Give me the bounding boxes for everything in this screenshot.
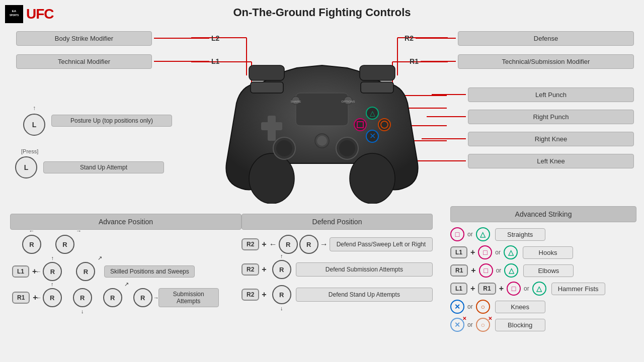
advance-row-1: ← R R →: [14, 235, 242, 254]
defend-r3: R: [272, 260, 291, 279]
defend-r4: R: [272, 285, 291, 304]
svg-rect-17: [249, 65, 284, 80]
l1-badge-advance: L1: [12, 265, 29, 278]
page-title: On-The-Ground Fighting Controls: [0, 0, 644, 23]
r1-badge-advance: R1: [12, 292, 30, 304]
blocking-label: Blocking: [495, 319, 545, 331]
ea-logo: EA SPORTS: [5, 5, 23, 23]
advance-r3: R: [43, 262, 62, 281]
l1-badge-adv2: L1: [450, 283, 467, 295]
stick-up-arrow: ↑: [33, 105, 36, 112]
triangle-btn-1: △: [476, 227, 490, 241]
square-btn-3: □: [479, 263, 493, 278]
stand-up-label: Stand Up Attempt: [43, 161, 164, 173]
defend-position-section: Defend Position R2 + ← R R → Defend Pass…: [242, 214, 433, 309]
svg-point-15: [249, 153, 294, 204]
l-stick-circle: L: [23, 114, 45, 136]
svg-rect-18: [251, 82, 283, 93]
adv-row-4: L1 + R1 + □ or △ Hammer Fists: [450, 282, 636, 296]
sub-r4: R: [133, 288, 152, 307]
advance-position-section: Advance Position ← R R → L1 + ↑ ← R ↗ R …: [10, 214, 242, 312]
triangle-btn-4: △: [532, 282, 546, 296]
sub-r2: R: [73, 288, 92, 307]
triangle-line: [432, 94, 466, 95]
circle-btn-1: ○: [476, 300, 490, 314]
r1-badge-adv: R1: [450, 264, 468, 277]
defend-label-3: Defend Stand Up Attempts: [296, 288, 433, 302]
square-btn-4: □: [507, 282, 521, 296]
cross-btn-blocked: ✕ ✕: [450, 318, 464, 332]
left-arrow-1: ←: [269, 240, 277, 249]
advanced-striking-title: Advanced Striking: [450, 206, 636, 222]
defend-r2: R: [299, 235, 318, 254]
svg-point-16: [350, 153, 395, 204]
svg-point-41: [339, 140, 355, 156]
advanced-striking-section: Advanced Striking □ or △ Straights L1 + …: [450, 206, 636, 336]
svg-text:OPTIONS: OPTIONS: [341, 100, 355, 103]
submission-label: SubmissionAttempts: [158, 288, 219, 307]
right-punch-label: Right Punch: [468, 110, 634, 124]
defend-label-2: Defend Submission Attempts: [296, 262, 433, 277]
press-hint: [Press]: [21, 148, 38, 154]
adv-row-6: ✕ ✕ or ○ ✕ Blocking: [450, 318, 636, 332]
hammer-fists-label: Hammer Fists: [551, 283, 605, 295]
r2-badge-3: R2: [242, 289, 259, 301]
svg-text:EA: EA: [12, 9, 17, 13]
svg-text:SPORTS: SPORTS: [10, 14, 19, 17]
svg-point-34: [378, 119, 390, 131]
logo-area: EA SPORTS UFC: [5, 5, 54, 23]
svg-text:✕: ✕: [369, 132, 376, 140]
r1-badge-adv2: R1: [478, 283, 496, 295]
controller-svg: SHARE OPTIONS △ ✕: [221, 43, 423, 204]
sub-r3: R: [103, 288, 122, 307]
cross-btn-1: ✕: [450, 300, 464, 314]
defend-position-title: Defend Position: [242, 214, 433, 230]
ufc-logo: UFC: [26, 6, 54, 22]
posture-up-label: Posture Up (top positions only): [51, 115, 172, 127]
l1-line: [154, 61, 209, 62]
defend-row-1: R2 + ← R R → Defend Pass/Sweep Left or R…: [242, 235, 433, 254]
svg-text:△: △: [370, 109, 375, 117]
left-stick-press-section: [Press] L Stand Up Attempt: [15, 148, 164, 178]
l2-line: [154, 38, 209, 39]
left-knee-label: Left Knee: [468, 154, 634, 168]
svg-point-32: [354, 119, 366, 131]
defend-row-3: R2 + ↓ R Defend Stand Up Attempts: [242, 285, 433, 304]
face-buttons-labels: Left Punch Right Punch Right Knee Left K…: [417, 85, 634, 170]
circle-btn-blocked: ○ ✕: [476, 318, 490, 332]
advance-position-title: Advance Position: [10, 214, 242, 230]
l2-row: Body Strike Modifier L2 Technical Modifi…: [16, 29, 219, 71]
advance-row-3: R1 + ↑ ← R ↓ R ↗ R → R SubmissionAttempt…: [12, 288, 242, 307]
square-line: [427, 116, 466, 117]
advance-r4: R: [76, 262, 95, 281]
adv-row-1: □ or △ Straights: [450, 227, 636, 241]
l2-label: Body Strike Modifier: [16, 31, 152, 46]
advance-r1: R: [22, 235, 41, 254]
right-triggers: R2 Defense R1 Technical/Submission Modif…: [405, 29, 634, 71]
r2-badge-1: R2: [242, 238, 259, 250]
advance-row-2: L1 + ↑ ← R ↗ R Skilled Positions and Swe…: [12, 262, 242, 281]
controller-area: SHARE OPTIONS △ ✕: [216, 28, 428, 219]
left-punch-label: Left Punch: [468, 87, 634, 102]
r2-label: Defense: [458, 31, 634, 46]
square-btn-1: □: [450, 227, 464, 241]
square-btn-2: □: [478, 245, 492, 259]
svg-point-27: [317, 136, 327, 146]
advance-r2: R: [55, 235, 74, 254]
defend-row-2: R2 + ↑ R Defend Submission Attempts: [242, 260, 433, 279]
defend-label-1: Defend Pass/Sweep Left or Right: [330, 237, 433, 251]
left-stick-section: ↑ L Posture Up (top positions only): [15, 106, 172, 136]
l1-badge-adv: L1: [450, 246, 467, 258]
svg-rect-19: [360, 65, 395, 80]
svg-text:SHARE: SHARE: [291, 100, 301, 103]
svg-rect-29: [261, 122, 282, 130]
svg-rect-20: [361, 82, 393, 93]
r1-label: Technical/Submission Modifier: [458, 54, 634, 69]
skilled-positions-label: Skilled Positions and Sweeps: [104, 265, 195, 278]
sub-r1: R: [43, 288, 62, 307]
cross-line: [422, 138, 466, 139]
triangle-btn-3: △: [504, 263, 518, 278]
svg-rect-21: [296, 93, 348, 126]
l1-label: Technical Modifier: [16, 54, 152, 69]
r2-badge-2: R2: [242, 263, 259, 276]
